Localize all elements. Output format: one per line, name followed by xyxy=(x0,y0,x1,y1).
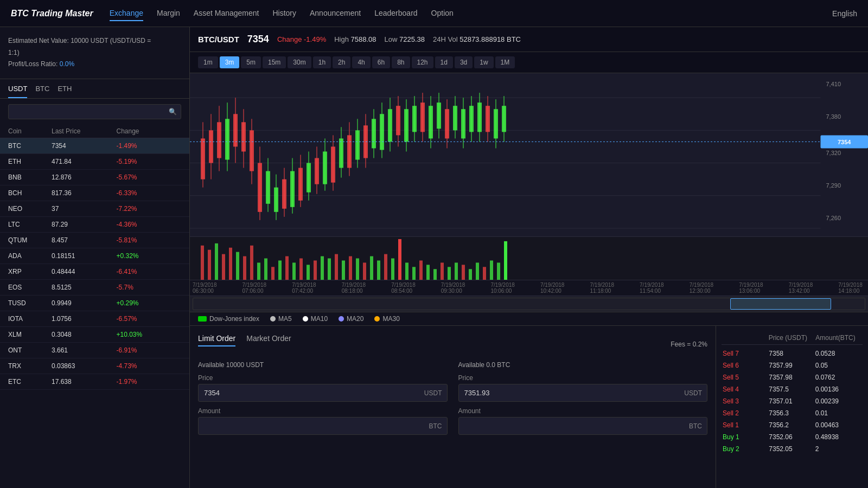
ob-sell-6[interactable]: Sell 6 7357.99 0.05 xyxy=(722,359,863,371)
coin-row-trx[interactable]: TRX 0.03863 -4.73% xyxy=(0,358,189,374)
ob-sell-amount: 0.0762 xyxy=(815,374,861,381)
coin-row-ada[interactable]: ADA 0.18151 +0.32% xyxy=(0,248,189,264)
time-tick: 7/19/201807:42:00 xyxy=(292,282,316,294)
nav-exchange[interactable]: Exchange xyxy=(110,6,143,21)
coin-row-xlm[interactable]: XLM 0.3048 +10.03% xyxy=(0,327,189,343)
coin-row-btc[interactable]: BTC 7354 -1.49% xyxy=(0,138,189,154)
coin-name: TUSD xyxy=(8,299,52,307)
search-input[interactable] xyxy=(8,104,181,119)
ob-sell-4[interactable]: Sell 4 7357.5 0.00136 xyxy=(722,383,863,395)
svg-rect-93 xyxy=(229,248,232,280)
ob-buy-1[interactable]: Buy 1 7352.06 0.48938 xyxy=(722,431,863,443)
legend-ma5: MA5 xyxy=(270,315,292,323)
candle-chart-area: 7,410 7,380 7,320 7,290 7,260 7354 xyxy=(190,73,868,236)
svg-rect-126 xyxy=(462,265,465,280)
svg-rect-125 xyxy=(455,262,458,280)
time-btn-1m[interactable]: 1m xyxy=(198,56,218,68)
time-btn-8h[interactable]: 8h xyxy=(392,56,410,68)
ob-sell-1[interactable]: Sell 1 7356.2 0.00463 xyxy=(722,419,863,431)
coin-row-ont[interactable]: ONT 3.661 -6.91% xyxy=(0,343,189,358)
tab-btc[interactable]: BTC xyxy=(35,85,49,98)
time-btn-1w[interactable]: 1w xyxy=(474,56,493,68)
dow-jones-icon xyxy=(198,316,207,322)
coin-row-etc[interactable]: ETC 17.638 -1.97% xyxy=(0,374,189,390)
coin-change: +0.32% xyxy=(117,252,182,260)
language-selector[interactable]: English xyxy=(832,9,857,18)
ob-buy-amount: 0.48938 xyxy=(815,433,861,441)
legend-ma5-label: MA5 xyxy=(278,315,292,323)
sell-amount-label: Amount xyxy=(458,407,708,415)
tab-eth[interactable]: ETH xyxy=(58,85,72,98)
buy-price-input[interactable] xyxy=(198,384,448,402)
ob-sell-price: 7356.2 xyxy=(769,421,815,429)
ob-sell-price: 7357.99 xyxy=(769,362,815,369)
sell-available: Available 0.0 BTC xyxy=(458,361,708,369)
minimap-area[interactable] xyxy=(190,296,868,312)
tab-market-order[interactable]: Market Order xyxy=(246,334,291,346)
time-btn-4h[interactable]: 4h xyxy=(352,56,370,68)
coin-row-eth[interactable]: ETH 471.84 -5.19% xyxy=(0,154,189,170)
coin-change: -1.49% xyxy=(117,142,182,150)
svg-text:7,320: 7,320 xyxy=(826,150,841,156)
time-axis: 7/19/201806:30:00 7/19/201807:06:00 7/19… xyxy=(190,280,868,296)
time-tick: 7/19/201811:18:00 xyxy=(590,282,615,294)
sell-price-input[interactable] xyxy=(458,384,708,402)
time-btn-1d[interactable]: 1d xyxy=(435,56,453,68)
coin-price: 17.638 xyxy=(52,378,117,386)
coin-row-bnb[interactable]: BNB 12.876 -5.67% xyxy=(0,170,189,185)
coin-row-tusd[interactable]: TUSD 0.9949 +0.29% xyxy=(0,296,189,311)
coin-name: XRP xyxy=(8,268,52,275)
svg-rect-128 xyxy=(476,262,479,280)
order-book: Price (USDT) Amount(BTC) Sell 7 7358 0.0… xyxy=(716,326,868,488)
search-box: 🔍 xyxy=(8,104,181,119)
time-btn-1h[interactable]: 1h xyxy=(313,56,331,68)
time-btn-12h[interactable]: 12h xyxy=(412,56,433,68)
nav-history[interactable]: History xyxy=(272,6,296,21)
time-btn-3m[interactable]: 3m xyxy=(220,56,240,68)
nav-announcement[interactable]: Announcement xyxy=(310,6,361,21)
svg-rect-123 xyxy=(441,262,444,280)
coin-row-qtum[interactable]: QTUM 8.457 -5.81% xyxy=(0,233,189,248)
tab-usdt[interactable]: USDT xyxy=(8,85,27,98)
coin-row-eos[interactable]: EOS 8.5125 -5.7% xyxy=(0,280,189,296)
time-tick: 7/19/201814:18:00 xyxy=(838,282,863,294)
buy-amount-input[interactable] xyxy=(198,417,448,435)
ob-sell-3[interactable]: Sell 3 7357.01 0.00239 xyxy=(722,395,863,407)
sell-price-label: Price xyxy=(458,374,708,382)
svg-rect-120 xyxy=(419,260,423,280)
coin-price: 0.3048 xyxy=(52,331,117,338)
nav-asset-management[interactable]: Asset Management xyxy=(194,6,259,21)
ma5-icon xyxy=(270,316,276,322)
tab-limit-order[interactable]: Limit Order xyxy=(198,334,235,346)
coin-row-iota[interactable]: IOTA 1.0756 -6.57% xyxy=(0,311,189,327)
search-icon[interactable]: 🔍 xyxy=(169,108,177,115)
ob-sell-7[interactable]: Sell 7 7358 0.0528 xyxy=(722,348,863,359)
time-btn-2h[interactable]: 2h xyxy=(333,56,350,68)
svg-rect-116 xyxy=(391,259,394,280)
time-btn-5m[interactable]: 5m xyxy=(241,56,261,68)
legend-ma20: MA20 xyxy=(339,315,363,323)
time-btn-6h[interactable]: 6h xyxy=(372,56,390,68)
ob-sell-label: Sell 1 xyxy=(723,421,769,429)
nav-margin[interactable]: Margin xyxy=(157,6,180,21)
coin-row-neo[interactable]: NEO 37 -7.22% xyxy=(0,201,189,217)
sell-amount-input[interactable] xyxy=(458,417,708,435)
ob-sell-2[interactable]: Sell 2 7356.3 0.01 xyxy=(722,407,863,419)
ob-sell-amount: 0.00463 xyxy=(815,421,861,429)
coin-row-bch[interactable]: BCH 817.36 -6.33% xyxy=(0,185,189,201)
coin-price: 8.5125 xyxy=(52,284,117,291)
coin-row-ltc[interactable]: LTC 87.29 -4.36% xyxy=(0,217,189,233)
nav-leaderboard[interactable]: Leaderboard xyxy=(374,6,417,21)
brand-logo: BTC Trading Master xyxy=(11,9,93,18)
time-btn-1M[interactable]: 1M xyxy=(495,56,515,68)
ob-sell-5[interactable]: Sell 5 7357.98 0.0762 xyxy=(722,371,863,383)
ob-buy-2[interactable]: Buy 2 7352.05 2 xyxy=(722,443,863,455)
time-btn-3d[interactable]: 3d xyxy=(455,56,473,68)
time-btn-30m[interactable]: 30m xyxy=(288,56,311,68)
nav-option[interactable]: Option xyxy=(431,6,454,21)
chart-price: 7354 xyxy=(247,34,269,45)
time-btn-15m[interactable]: 15m xyxy=(263,56,286,68)
svg-rect-122 xyxy=(433,269,437,280)
coin-name: IOTA xyxy=(8,315,52,323)
coin-row-xrp[interactable]: XRP 0.48444 -6.41% xyxy=(0,264,189,280)
